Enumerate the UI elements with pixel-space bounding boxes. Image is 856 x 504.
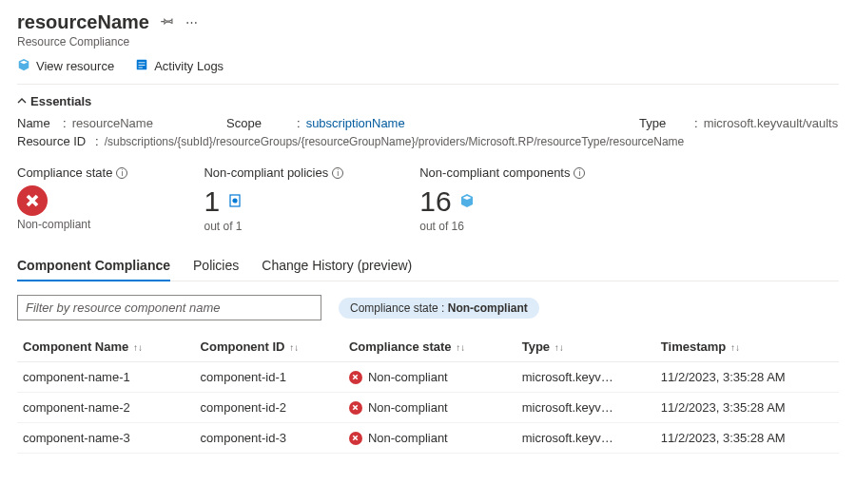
compliance-state-value: Non-compliant — [17, 218, 127, 231]
pin-icon[interactable] — [161, 14, 174, 30]
svg-point-5 — [233, 199, 237, 203]
cube-icon — [459, 193, 475, 211]
ess-name-label: Name — [17, 116, 61, 130]
cell-timestamp: 11/2/2023, 3:35:28 AM — [655, 393, 839, 423]
view-resource-button[interactable]: View resource — [17, 58, 114, 74]
cell-state: Non-compliant — [343, 393, 516, 423]
tab-change-history[interactable]: Change History (preview) — [262, 252, 412, 281]
table-row[interactable]: component-name-2component-id-2Non-compli… — [17, 393, 839, 423]
component-filter-input[interactable] — [17, 295, 321, 320]
sort-icon: ↑↓ — [130, 342, 143, 353]
cell-id: component-id-2 — [195, 393, 343, 423]
nc-policies-outof: out of 1 — [204, 220, 343, 233]
chevron-up-icon — [17, 94, 27, 108]
svg-rect-2 — [139, 65, 146, 66]
info-icon[interactable]: i — [332, 167, 343, 179]
sort-icon: ↑↓ — [728, 342, 740, 353]
ess-scope-label: Scope — [226, 116, 270, 130]
info-icon[interactable]: i — [574, 167, 585, 179]
command-bar: View resource Activity Logs — [17, 58, 839, 74]
cube-icon — [17, 58, 30, 74]
table-header-row: Component Name ↑↓ Component ID ↑↓ Compli… — [17, 332, 839, 362]
table-row[interactable]: component-name-1component-id-1Non-compli… — [17, 362, 839, 393]
essentials-panel: Name: resourceName Scope: subscriptionNa… — [17, 116, 839, 148]
policy-icon — [227, 193, 243, 211]
noncompliant-icon — [349, 371, 362, 384]
cell-timestamp: 11/2/2023, 3:35:28 AM — [655, 362, 839, 393]
essentials-label: Essentials — [30, 94, 91, 108]
filter-row: Compliance state : Non-compliant — [17, 295, 839, 320]
activity-logs-label: Activity Logs — [154, 59, 224, 73]
components-table: Component Name ↑↓ Component ID ↑↓ Compli… — [17, 332, 839, 454]
divider — [17, 84, 839, 85]
ess-name-value: resourceName — [72, 116, 153, 130]
tab-bar: Component Compliance Policies Change His… — [17, 252, 839, 281]
more-icon[interactable]: ⋯ — [185, 15, 198, 29]
sort-icon: ↑↓ — [286, 342, 299, 353]
log-icon — [135, 58, 148, 74]
compliance-state-filter-pill[interactable]: Compliance state : Non-compliant — [339, 298, 539, 319]
nc-components-count: 16 — [419, 185, 451, 218]
tab-policies[interactable]: Policies — [193, 252, 239, 281]
ess-type-value: microsoft.keyvault/vaults — [704, 116, 839, 130]
cell-timestamp: 11/2/2023, 3:35:28 AM — [655, 423, 839, 454]
cell-type: microsoft.keyv… — [516, 393, 655, 423]
view-resource-label: View resource — [36, 59, 114, 73]
col-component-name[interactable]: Component Name ↑↓ — [17, 332, 195, 362]
pill-prefix: Compliance state : — [350, 301, 448, 315]
stats-row: Compliance state i Non-compliant Non-com… — [17, 165, 839, 233]
nc-policies-count: 1 — [204, 185, 220, 218]
col-compliance-state[interactable]: Compliance state ↑↓ — [343, 332, 516, 362]
cell-type: microsoft.keyv… — [516, 362, 655, 393]
cell-type: microsoft.keyv… — [516, 423, 655, 454]
ess-resid-value: /subscriptions/{subId}/resourceGroups/{r… — [105, 135, 685, 148]
cell-name: component-name-1 — [17, 362, 195, 393]
cell-name: component-name-3 — [17, 423, 195, 454]
ess-scope-value[interactable]: subscriptionName — [306, 116, 405, 130]
page-title: resourceName — [17, 11, 149, 33]
ess-resid-label: Resource ID — [17, 134, 93, 148]
sort-icon: ↑↓ — [552, 342, 564, 353]
cell-name: component-name-2 — [17, 393, 195, 423]
noncompliant-icon — [17, 185, 48, 216]
col-component-id[interactable]: Component ID ↑↓ — [195, 332, 343, 362]
cell-state: Non-compliant — [343, 423, 516, 454]
info-icon[interactable]: i — [116, 167, 127, 179]
tab-component-compliance[interactable]: Component Compliance — [17, 252, 170, 281]
noncompliant-icon — [349, 432, 362, 445]
sort-icon: ↑↓ — [454, 342, 466, 353]
cell-id: component-id-3 — [195, 423, 343, 454]
col-type[interactable]: Type ↑↓ — [516, 332, 655, 362]
col-timestamp[interactable]: Timestamp ↑↓ — [655, 332, 839, 362]
compliance-state-block: Compliance state i Non-compliant — [17, 165, 127, 233]
nc-components-outof: out of 16 — [419, 220, 585, 233]
svg-rect-3 — [139, 68, 143, 68]
page-subtitle: Resource Compliance — [17, 35, 839, 48]
svg-rect-1 — [139, 62, 146, 63]
pill-value: Non-compliant — [448, 301, 528, 315]
table-row[interactable]: component-name-3component-id-3Non-compli… — [17, 423, 839, 454]
ess-type-label: Type — [639, 116, 683, 130]
activity-logs-button[interactable]: Activity Logs — [135, 58, 224, 74]
essentials-toggle[interactable]: Essentials — [17, 94, 839, 108]
nc-components-block: Non-compliant components i 16 out of 16 — [419, 165, 585, 233]
nc-policies-block: Non-compliant policies i 1 out of 1 — [204, 165, 343, 233]
nc-policies-title: Non-compliant policies — [204, 165, 328, 180]
nc-components-title: Non-compliant components — [419, 165, 570, 180]
cell-state: Non-compliant — [343, 362, 516, 393]
compliance-state-title: Compliance state — [17, 165, 112, 180]
noncompliant-icon — [349, 401, 362, 415]
cell-id: component-id-1 — [195, 362, 343, 393]
